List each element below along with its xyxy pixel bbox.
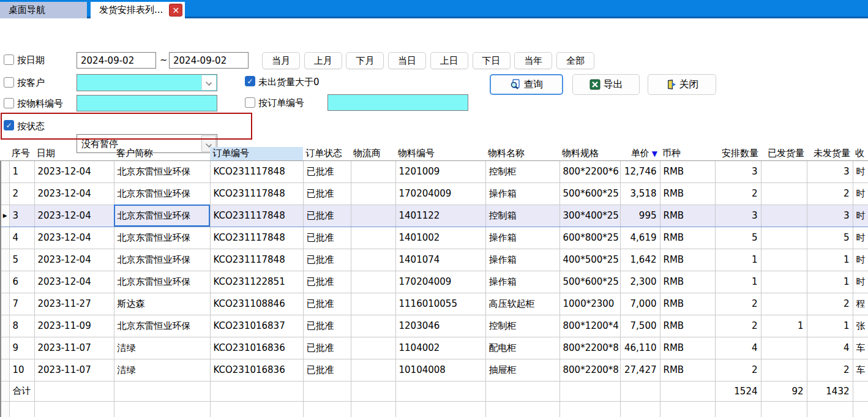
grid-cell[interactable]: 1401002 [395,227,485,249]
grid-cell[interactable]: 1104002 [395,337,485,359]
grid-cell[interactable]: 1 [807,315,853,337]
grid-cell[interactable]: 操作箱 [485,227,559,249]
grid-cell[interactable]: 2 [807,359,853,381]
column-header-15[interactable]: 收 [853,147,868,160]
by-date-checkbox[interactable] [4,54,14,65]
empty-row[interactable] [1,401,868,417]
grid-cell[interactable] [761,160,807,182]
grid-cell[interactable]: 1 [807,271,853,293]
by-order-checkbox[interactable] [245,97,255,108]
grid-cell[interactable] [351,337,395,359]
grid-cell[interactable]: 3 [807,205,853,227]
column-header-1[interactable]: 序号 [9,147,34,160]
grid-cell[interactable]: 北京东雷恒业环保 [114,271,210,293]
quick-date-button-3[interactable]: 下月 [346,52,384,69]
grid-cell[interactable]: 1201009 [395,160,485,182]
grid-cell[interactable]: KCO231117848 [210,249,303,271]
column-header-2[interactable]: 日期 [34,147,114,160]
grid-cell[interactable] [114,381,210,401]
order-number-input[interactable] [327,94,468,111]
customer-select[interactable] [77,74,217,91]
grid-cell[interactable] [761,182,807,205]
table-row-5[interactable]: 52023-12-04北京东雷恒业环保KCO231117848已批准140107… [1,249,868,271]
grid-cell[interactable]: 10 [9,359,34,381]
grid-cell[interactable] [9,401,34,417]
column-header-8[interactable]: 物料名称 [485,147,559,160]
grid-cell[interactable] [761,293,807,315]
row-selector-cell[interactable] [1,271,9,293]
grid-cell[interactable]: 抽屉柜 [485,359,559,381]
grid-cell[interactable]: 时 [853,160,868,182]
grid-cell[interactable] [853,381,868,401]
grid-cell[interactable]: 时 [853,271,868,293]
grid-cell[interactable]: 操作箱 [485,249,559,271]
date-to-input[interactable] [169,52,249,69]
row-selector-cell[interactable] [1,401,9,417]
grid-cell[interactable]: 北京东雷恒业环保 [114,182,210,205]
grid-cell[interactable]: KCO231016836 [210,337,303,359]
grid-cell[interactable]: 2023-11-09 [34,315,114,337]
tab-shipping-schedule[interactable]: 发货安排表列... ✕ [91,2,185,18]
grid-cell[interactable]: 3 [807,160,853,182]
column-header-7[interactable]: 物料编号 [395,147,485,160]
grid-cell[interactable]: 2 [715,315,761,337]
tab-desktop-navigation[interactable]: 桌面导航 [0,2,87,18]
grid-cell[interactable] [351,205,395,227]
table-row-7[interactable]: 72023-11-27斯达森KCO231108846已批准1116010055高… [1,293,868,315]
quick-date-button-1[interactable]: 当月 [262,52,300,69]
grid-cell[interactable]: 10104008 [395,359,485,381]
quick-date-button-8[interactable]: 全部 [556,52,594,69]
table-row-8[interactable]: 82023-11-09北京东雷恒业环保KCO231016837已批准120304… [1,315,868,337]
grid-cell[interactable] [395,401,485,417]
row-selector-cell[interactable] [1,182,9,205]
grid-cell[interactable]: RMB [660,160,715,182]
grid-cell[interactable]: 5 [807,227,853,249]
grid-cell[interactable]: 3 [715,205,761,227]
grid-cell[interactable]: 1116010055 [395,293,485,315]
grid-cell[interactable]: 1524 [715,381,761,401]
grid-cell[interactable] [351,359,395,381]
grid-cell[interactable]: 时 [853,227,868,249]
grid-cell[interactable]: 已批准 [303,337,351,359]
grid-cell[interactable]: KCO231117848 [210,205,303,227]
grid-cell[interactable]: 46,110 [620,337,660,359]
grid-cell[interactable]: 27,427 [620,359,660,381]
grid-cell[interactable]: 车 [853,359,868,381]
grid-cell[interactable]: 5 [715,227,761,249]
grid-cell[interactable] [660,381,715,401]
grid-cell[interactable]: 已批准 [303,160,351,182]
grid-cell[interactable] [351,182,395,205]
grid-cell[interactable]: RMB [660,182,715,205]
grid-cell[interactable]: 1 [9,160,34,182]
grid-cell[interactable]: 800*1200*4 [559,315,620,337]
grid-cell[interactable] [351,293,395,315]
query-button[interactable]: 查询 [490,74,563,95]
grid-cell[interactable] [303,381,351,401]
grid-cell[interactable]: 800*2200*8 [559,359,620,381]
grid-cell[interactable]: 已批准 [303,293,351,315]
column-header-14[interactable]: 未发货量 [807,147,853,160]
grid-cell[interactable]: 洁绿 [114,359,210,381]
grid-cell[interactable] [351,381,395,401]
row-selector-cell[interactable]: ▶ [1,205,9,227]
grid-cell[interactable]: 1 [807,249,853,271]
grid-cell[interactable]: 9 [9,337,34,359]
grid-cell[interactable] [351,401,395,417]
grid-cell[interactable] [34,401,114,417]
grid-cell[interactable]: RMB [660,315,715,337]
table-row-2[interactable]: 22023-12-04北京东雷恒业环保KCO231117848已批准170204… [1,182,868,205]
grid-cell[interactable] [620,401,660,417]
grid-cell[interactable]: 170204009 [395,182,485,205]
grid-cell[interactable]: 2 [807,293,853,315]
grid-cell[interactable]: 7,000 [620,293,660,315]
grid-cell[interactable]: KCO231016836 [210,359,303,381]
total-row[interactable]: 合计1524921432 [1,381,868,401]
grid-cell[interactable]: 800*2200*8 [559,337,620,359]
grid-cell[interactable]: RMB [660,271,715,293]
row-selector-cell[interactable] [1,315,9,337]
grid-cell[interactable]: 6 [9,271,34,293]
grid-cell[interactable] [351,271,395,293]
grid-cell[interactable]: 2023-11-07 [34,337,114,359]
table-row-6[interactable]: 62023-12-04北京东雷恒业环保KCO231122851已批准170204… [1,271,868,293]
grid-cell[interactable] [395,381,485,401]
